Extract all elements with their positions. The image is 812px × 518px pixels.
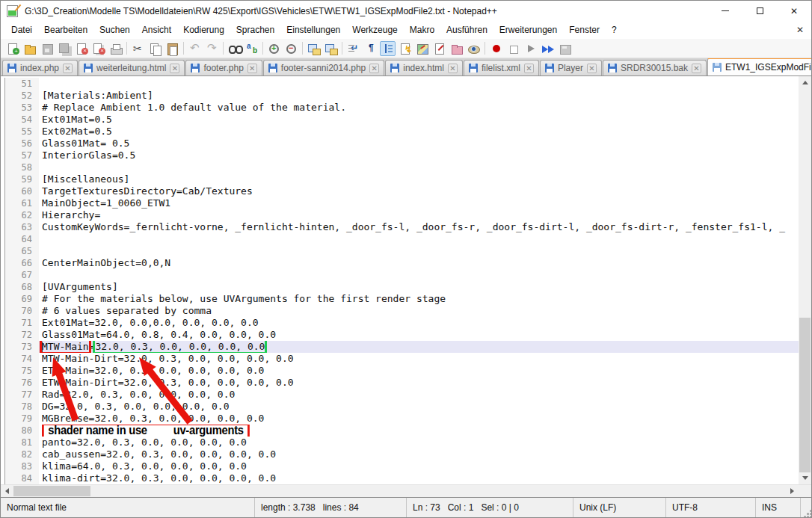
- tab-player[interactable]: Player✕: [540, 60, 602, 75]
- indent-guide-icon[interactable]: [380, 41, 396, 56]
- menu-item-suchen[interactable]: Suchen: [93, 22, 136, 37]
- show-all-chars-icon[interactable]: [363, 41, 378, 56]
- line-number[interactable]: 55: [4, 126, 39, 138]
- minimize-button[interactable]: [708, 1, 742, 21]
- menu-item-makro[interactable]: Makro: [404, 22, 440, 37]
- editor-line-68[interactable]: 68[UVArguments]: [1, 281, 799, 293]
- line-number[interactable]: 73: [4, 341, 39, 353]
- editor-line-77[interactable]: 77Rad=32.0, 0.3, 0.0, 0.0, 0.0, 0.0: [1, 389, 799, 401]
- line-number[interactable]: 83: [4, 460, 39, 472]
- sync-v-icon[interactable]: [306, 41, 322, 56]
- line-number[interactable]: 62: [4, 209, 39, 221]
- line-number[interactable]: 57: [4, 149, 39, 161]
- editor-line-65[interactable]: 65: [1, 245, 799, 257]
- menu-item-sprachen[interactable]: Sprachen: [230, 22, 280, 37]
- tab-footer-sanni2014-php[interactable]: footer-sanni2014.php✕: [263, 60, 384, 75]
- record-macro-icon[interactable]: [488, 41, 504, 56]
- tab-index-html[interactable]: index.html✕: [385, 60, 463, 75]
- new-file-icon[interactable]: [4, 41, 20, 56]
- line-number[interactable]: 58: [4, 161, 39, 173]
- menu-item-help[interactable]: ?: [606, 22, 623, 37]
- stop-macro-icon[interactable]: [505, 41, 521, 56]
- open-icon[interactable]: [22, 41, 37, 56]
- vertical-scrollbar-track[interactable]: [799, 89, 811, 472]
- editor-line-52[interactable]: 52[Materials:Ambient]: [1, 90, 799, 102]
- tab-close-icon[interactable]: ✕: [369, 64, 379, 73]
- editor-line-78[interactable]: 78DG=32.0, 0.3, 0.0, 0.0, 0.0, 0.0: [1, 401, 799, 413]
- cut-icon[interactable]: [130, 41, 146, 56]
- play-macro-icon[interactable]: [523, 41, 538, 56]
- editor-line-80[interactable]: 80shader name in useuv-arguments: [1, 425, 799, 437]
- line-number[interactable]: 66: [4, 257, 39, 269]
- zoom-out-icon[interactable]: [283, 41, 299, 56]
- editor-line-57[interactable]: 57InteriorGlas=0.5: [1, 149, 799, 161]
- sync-h-icon[interactable]: [323, 41, 339, 56]
- tab-close-icon[interactable]: ✕: [63, 64, 73, 73]
- horizontal-scrollbar[interactable]: [1, 484, 811, 497]
- menu-item-erweiterungen[interactable]: Erweiterungen: [493, 22, 563, 37]
- line-number[interactable]: 61: [4, 197, 39, 209]
- close-icon[interactable]: [73, 41, 89, 56]
- tab-index-php[interactable]: index.php✕: [2, 60, 78, 75]
- tab-close-icon[interactable]: ✕: [247, 64, 257, 73]
- menu-item-einstellungen[interactable]: Einstellungen: [280, 22, 346, 37]
- print-icon[interactable]: [108, 41, 123, 56]
- redo-icon[interactable]: [204, 41, 220, 56]
- line-number[interactable]: 76: [4, 377, 39, 389]
- line-number[interactable]: 63: [4, 221, 39, 233]
- line-number[interactable]: 64: [4, 233, 39, 245]
- editor-line-76[interactable]: 76ETW-Main-Dirt=32.0, 0.3, 0.0, 0.0, 0.0…: [1, 377, 799, 389]
- editor-line-59[interactable]: 59[Miscellaneous]: [1, 173, 799, 185]
- editor-line-81[interactable]: 81panto=32.0, 0.3, 0.0, 0.0, 0.0, 0.0: [1, 437, 799, 448]
- line-number[interactable]: 60: [4, 185, 39, 197]
- line-number[interactable]: 77: [4, 389, 39, 401]
- vertical-scrollbar-thumb[interactable]: [799, 318, 811, 472]
- run-macro-multi-icon[interactable]: [540, 41, 556, 56]
- editor-line-83[interactable]: 83klima=64.0, 0.3, 0.0, 0.0, 0.0, 0.0: [1, 460, 799, 472]
- paste-icon[interactable]: [164, 41, 180, 56]
- line-number[interactable]: 54: [4, 114, 39, 126]
- find-icon[interactable]: [227, 41, 242, 56]
- resize-grip[interactable]: [801, 498, 811, 517]
- line-number[interactable]: 70: [4, 305, 39, 317]
- editor-line-61[interactable]: 61MainObject=1_0060_ETW1: [1, 197, 799, 209]
- tab-weiterleitung-html[interactable]: weiterleitung.html✕: [79, 60, 185, 75]
- scroll-up-button[interactable]: [799, 76, 811, 89]
- menu-item-kodierung[interactable]: Kodierung: [177, 22, 230, 37]
- close-button[interactable]: ✕: [777, 1, 811, 21]
- line-number[interactable]: 53: [4, 102, 39, 114]
- line-number[interactable]: 81: [4, 437, 39, 448]
- line-number[interactable]: 51: [4, 78, 39, 90]
- line-number[interactable]: 56: [4, 138, 39, 149]
- menu-item-ausfhren[interactable]: Ausführen: [440, 22, 493, 37]
- editor-line-74[interactable]: 74MTW-Main-Dirt=32.0, 0.3, 0.0, 0.0, 0.0…: [1, 353, 799, 365]
- editor-line-58[interactable]: 58: [1, 161, 799, 173]
- editor-line-73[interactable]: 73MTW-Main=32.0, 0.3, 0.0, 0.0, 0.0, 0.0: [1, 341, 799, 353]
- editor-line-60[interactable]: 60TargetTexturesDirectory=Cab/Textures: [1, 185, 799, 197]
- tab-close-icon[interactable]: ✕: [448, 64, 458, 73]
- editor-line-51[interactable]: 51: [1, 78, 799, 90]
- tab-filelist-xml[interactable]: filelist.xml✕: [464, 60, 539, 75]
- word-wrap-icon[interactable]: [345, 41, 361, 56]
- editor-line-63[interactable]: 63CustomKeyWords=_fernlicht-vorne, _fern…: [1, 221, 799, 233]
- editor-line-67[interactable]: 67: [1, 269, 799, 281]
- editor-line-69[interactable]: 69# For the materials below, use UVArgum…: [1, 293, 799, 305]
- line-number[interactable]: 82: [4, 448, 39, 460]
- text-editor[interactable]: 5152[Materials:Ambient]53# Replace Ambie…: [1, 76, 799, 484]
- tab-close-icon[interactable]: ✕: [587, 64, 597, 73]
- menu-item-fenster[interactable]: Fenster: [563, 22, 606, 37]
- function-list-icon[interactable]: [397, 41, 413, 56]
- close-document-icon[interactable]: ✕: [789, 23, 811, 37]
- monitoring-icon[interactable]: [466, 41, 482, 56]
- menu-item-werkzeuge[interactable]: Werkzeuge: [346, 22, 403, 37]
- scroll-right-button[interactable]: [786, 485, 799, 497]
- line-number[interactable]: 78: [4, 401, 39, 413]
- line-number[interactable]: 75: [4, 365, 39, 377]
- editor-line-84[interactable]: 84klima-dirt=32.0, 0.3, 0.0, 0.0, 0.0, 0…: [1, 472, 799, 484]
- line-number[interactable]: 59: [4, 173, 39, 185]
- editor-line-55[interactable]: 55Ext02Mat=0.5: [1, 126, 799, 138]
- menu-item-datei[interactable]: Datei: [5, 22, 38, 37]
- line-number[interactable]: 74: [4, 353, 39, 365]
- editor-line-53[interactable]: 53# Replace Ambient 1.0 default value of…: [1, 102, 799, 114]
- tab-close-icon[interactable]: ✕: [524, 64, 534, 73]
